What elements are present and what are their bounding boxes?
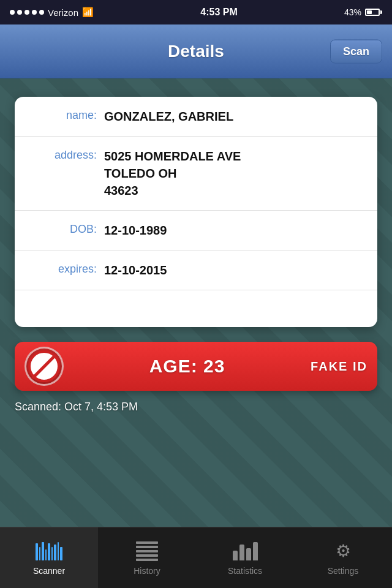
dob-label: DOB: <box>29 222 97 236</box>
age-text: AGE: 23 <box>149 356 225 377</box>
tab-scanner-label: Scanner <box>33 566 65 576</box>
nav-bar: Details Scan <box>0 24 392 78</box>
wifi-icon: 📶 <box>82 7 94 18</box>
page-title: Details <box>168 42 224 61</box>
fake-id-text: FAKE ID <box>311 360 368 374</box>
expires-label: expires: <box>29 262 97 276</box>
tab-statistics-label: Statistics <box>228 566 262 576</box>
address-line1: 5025 HOMERDALE AVE <box>104 148 363 165</box>
statistics-icon <box>233 540 257 562</box>
status-left: Verizon 📶 <box>10 7 94 18</box>
signal-dot <box>24 10 29 15</box>
age-banner: AGE: 23 FAKE ID <box>15 342 377 391</box>
status-time: 4:53 PM <box>200 7 237 18</box>
address-row: address: 5025 HOMERDALE AVE TOLEDO OH 43… <box>15 137 377 211</box>
signal-dot <box>17 10 22 15</box>
signal-dot <box>32 10 37 15</box>
tab-bar: Scanner History Statistics ⚙ <box>0 527 392 588</box>
empty-row <box>15 290 377 327</box>
name-row: name: GONZALEZ, GABRIEL <box>15 97 377 137</box>
dob-row: DOB: 12-10-1989 <box>15 211 377 251</box>
details-card: name: GONZALEZ, GABRIEL address: 5025 HO… <box>15 97 377 327</box>
scan-button[interactable]: Scan <box>330 39 382 63</box>
scanner-icon <box>37 540 61 562</box>
name-value: GONZALEZ, GABRIEL <box>104 108 363 125</box>
tab-settings-label: Settings <box>328 566 359 576</box>
no-entry-icon <box>24 347 64 386</box>
tab-statistics[interactable]: Statistics <box>196 527 294 588</box>
battery-icon <box>365 9 382 16</box>
tab-scanner[interactable]: Scanner <box>0 527 98 588</box>
signal-dots <box>10 10 44 15</box>
settings-icon: ⚙ <box>331 540 355 562</box>
dob-value: 12-10-1989 <box>104 222 363 239</box>
address-line3: 43623 <box>104 182 363 199</box>
address-value: 5025 HOMERDALE AVE TOLEDO OH 43623 <box>104 148 363 199</box>
battery-percent: 43% <box>344 7 361 17</box>
address-label: address: <box>29 148 97 162</box>
address-line2: TOLEDO OH <box>104 165 363 182</box>
signal-dot <box>39 10 44 15</box>
carrier-label: Verizon <box>48 7 78 18</box>
tab-history[interactable]: History <box>98 527 196 588</box>
signal-dot <box>10 10 15 15</box>
status-bar: Verizon 📶 4:53 PM 43% <box>0 0 392 24</box>
tab-settings[interactable]: ⚙ Settings <box>294 527 392 588</box>
name-label: name: <box>29 108 97 122</box>
expires-row: expires: 12-10-2015 <box>15 251 377 290</box>
tab-history-label: History <box>134 566 160 576</box>
history-icon <box>135 540 159 562</box>
main-content: name: GONZALEZ, GABRIEL address: 5025 HO… <box>0 78 392 527</box>
scanned-time: Scanned: Oct 7, 4:53 PM <box>15 401 377 413</box>
expires-value: 12-10-2015 <box>104 262 363 279</box>
status-right: 43% <box>344 7 382 17</box>
